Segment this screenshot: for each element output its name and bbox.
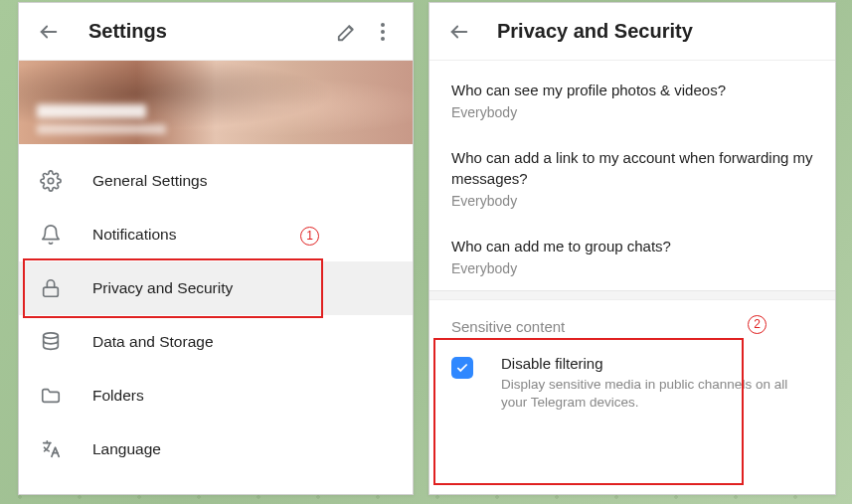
folder-icon <box>39 384 63 408</box>
menu-item-privacy[interactable]: Privacy and Security <box>19 261 413 315</box>
svg-point-1 <box>48 178 54 184</box>
language-icon <box>39 437 63 461</box>
settings-title: Settings <box>88 20 329 43</box>
privacy-list: Who can see my profile photos & videos? … <box>429 61 835 290</box>
privacy-item-group-chats[interactable]: Who can add me to group chats? Everybody <box>429 223 835 290</box>
privacy-header: Privacy and Security <box>429 3 835 61</box>
disable-filtering-title: Disable filtering <box>501 355 813 372</box>
privacy-item-value: Everybody <box>451 260 813 276</box>
privacy-item-title: Who can see my profile photos & videos? <box>451 81 813 100</box>
disable-filtering-row[interactable]: Disable filtering Display sensitive medi… <box>429 341 835 431</box>
menu-item-folders[interactable]: Folders <box>19 369 413 422</box>
menu-item-label: Folders <box>92 387 144 405</box>
settings-menu: General Settings Notifications Privacy a… <box>19 144 413 476</box>
check-icon <box>455 361 469 375</box>
settings-panel: Settings General Settings Notifications <box>18 2 414 495</box>
section-separator <box>429 290 835 300</box>
privacy-item-forward-link[interactable]: Who can add a link to my account when fo… <box>429 134 835 223</box>
section-header-sensitive: Sensitive content <box>429 300 835 341</box>
checkbox-checked[interactable] <box>451 357 473 379</box>
menu-item-label: Privacy and Security <box>92 279 233 297</box>
menu-item-label: Language <box>92 440 161 458</box>
privacy-title: Privacy and Security <box>497 20 823 43</box>
menu-item-notifications[interactable]: Notifications <box>19 208 413 261</box>
edit-button[interactable] <box>329 14 365 50</box>
menu-item-label: Data and Storage <box>92 333 214 351</box>
menu-item-label: Notifications <box>92 226 176 244</box>
disable-filtering-desc: Display sensitive media in public channe… <box>501 376 813 412</box>
privacy-item-title: Who can add a link to my account when fo… <box>451 148 813 189</box>
profile-text-blurred <box>37 104 166 134</box>
svg-rect-2 <box>44 287 59 296</box>
privacy-item-value: Everybody <box>451 193 813 209</box>
database-icon <box>39 330 63 354</box>
settings-header: Settings <box>19 3 413 61</box>
privacy-item-profile-photos[interactable]: Who can see my profile photos & videos? … <box>429 67 835 134</box>
back-button[interactable] <box>441 14 477 50</box>
arrow-left-icon <box>38 21 60 43</box>
menu-item-language[interactable]: Language <box>19 422 413 476</box>
pencil-icon <box>336 21 358 43</box>
gear-icon <box>39 169 63 193</box>
svg-point-3 <box>44 333 59 339</box>
privacy-item-title: Who can add me to group chats? <box>451 237 813 256</box>
more-button[interactable] <box>365 14 401 50</box>
privacy-panel: Privacy and Security Who can see my prof… <box>428 2 836 495</box>
bell-icon <box>39 223 63 247</box>
menu-item-data[interactable]: Data and Storage <box>19 315 413 369</box>
menu-item-general[interactable]: General Settings <box>19 154 413 208</box>
profile-banner[interactable] <box>19 61 413 144</box>
lock-icon <box>39 276 63 300</box>
more-vertical-icon <box>381 23 385 41</box>
back-button[interactable] <box>31 14 67 50</box>
arrow-left-icon <box>448 21 470 43</box>
privacy-item-value: Everybody <box>451 104 813 120</box>
menu-item-label: General Settings <box>92 172 207 190</box>
